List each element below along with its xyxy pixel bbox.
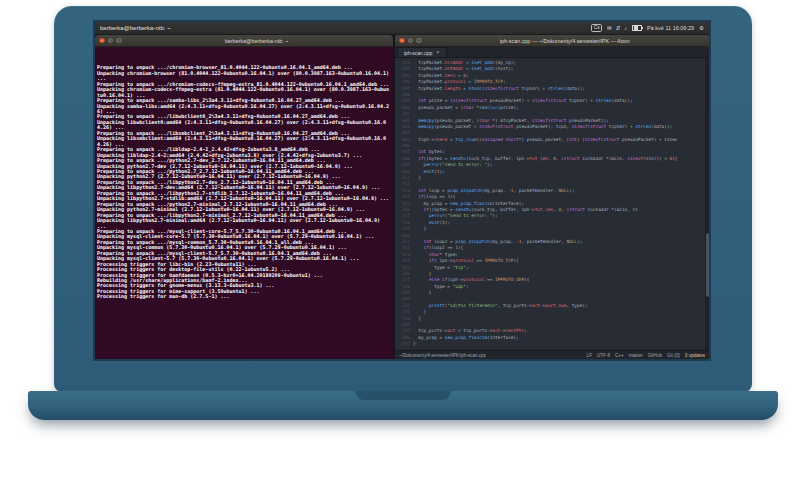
code-text: my_pcap = new_pcap_fiascim(interface); <box>413 335 519 341</box>
editor-titlebar[interactable]: iph-scan.cpp — ~/Dokumenty/4.semester/IP… <box>395 35 709 47</box>
laptop-base <box>28 391 778 420</box>
status-items: LFUTF-8C++masterGitHubGit (0)3 updates <box>587 353 705 358</box>
keyboard-layout-indicator[interactable]: Cs <box>591 24 602 32</box>
code-text: printf("%d\t%s filtered\n", tcp_ports->a… <box>413 303 588 309</box>
terminal-window: berberka@berberka-ntb: ~ Preparing to un… <box>95 35 393 359</box>
indicator-icon[interactable]: ♪ <box>624 25 627 31</box>
editor-scrollbar[interactable] <box>705 58 709 350</box>
code-text: } <box>413 226 426 232</box>
maximize-button[interactable] <box>416 38 422 44</box>
close-button[interactable] <box>399 38 405 44</box>
code-editor[interactable]: 293 tcpPacket.srcAddr = inet_addr(my_ip)… <box>395 58 709 350</box>
status-item[interactable]: LF <box>587 353 592 358</box>
maximize-button[interactable] <box>116 38 122 44</box>
minimize-button[interactable] <box>408 38 414 44</box>
indicator-icons: ✉⇵♪ <box>607 25 627 31</box>
code-text: } <box>413 290 432 296</box>
code-text: tcpPacket.length = htons(sizeof(struct t… <box>413 86 585 92</box>
tab-iph-scan[interactable]: iph-scan.cpp × <box>397 47 447 57</box>
terminal-output[interactable]: Preparing to unpack .../chromium-browser… <box>95 47 393 359</box>
code-text: memcpy(pseudo_packet + sizeof(struct pse… <box>413 124 672 130</box>
line-number: 337 <box>395 341 413 347</box>
desktop-windows: berberka@berberka-ntb: ~ Preparing to un… <box>95 35 709 359</box>
terminal-titlebar[interactable]: berberka@berberka-ntb: ~ <box>95 35 393 47</box>
power-menu-icon[interactable]: ⚙ <box>699 25 704 31</box>
code-line: 305 tcph->check = tcp_csum((unsigned sho… <box>395 137 709 143</box>
laptop-hinge-notch <box>355 391 451 400</box>
tab-close-icon[interactable]: × <box>436 50 439 55</box>
indicator-icon[interactable]: ⇵ <box>616 25 621 31</box>
ubuntu-top-panel: berberka@berberka-ntb: ~ Cs ✉⇵♪ Pá kvě 1… <box>95 22 709 35</box>
minimize-button[interactable] <box>108 38 114 44</box>
laptop-mockup: berberka@berberka-ntb: ~ Cs ✉⇵♪ Pá kvě 1… <box>0 0 800 477</box>
code-text: tcph->check = tcp_csum((unsigned short*)… <box>413 137 677 143</box>
code-line: 337 } <box>395 341 709 347</box>
status-file-path[interactable]: ~/Dokumenty/4.semester/IPK/iph-scan.cpp <box>399 353 486 358</box>
terminal-title: berberka@berberka-ntb: ~ <box>125 38 390 44</box>
close-button[interactable] <box>99 38 105 44</box>
code-text: } <box>413 316 421 322</box>
editor-tabbar: iph-scan.cpp × <box>395 47 709 58</box>
indicator-icon[interactable]: ✉ <box>607 25 612 31</box>
status-item[interactable]: Git (0) <box>667 353 680 358</box>
code-line: 303 memcpy(pseudo_packet + sizeof(struct… <box>395 124 709 130</box>
code-text: } <box>413 175 421 181</box>
tab-label: iph-scan.cpp <box>404 50 432 56</box>
desktop-screen: berberka@berberka-ntb: ~ Cs ✉⇵♪ Pá kvě 1… <box>95 22 709 359</box>
status-item[interactable]: GitHub <box>648 353 662 358</box>
atom-editor-window: iph-scan.cpp — ~/Dokumenty/4.semester/IP… <box>395 35 709 359</box>
editor-title: iph-scan.cpp — ~/Dokumenty/4.semester/IP… <box>425 38 706 44</box>
terminal-line: Processing triggers for man-db (2.7.5-1)… <box>97 294 391 299</box>
scrollbar-thumb[interactable] <box>706 233 709 297</box>
battery-icon[interactable] <box>632 25 642 32</box>
clock[interactable]: Pá kvě 11 16:09:29 <box>647 25 694 31</box>
code-text: } <box>413 341 416 347</box>
focused-app-title: berberka@berberka-ntb: ~ <box>100 25 171 31</box>
status-item[interactable]: C++ <box>615 353 624 358</box>
status-item[interactable]: 3 updates <box>685 353 705 358</box>
code-text: pseudo_packet = (char *)malloc(psize); <box>413 105 519 111</box>
status-item[interactable]: master <box>629 353 643 358</box>
editor-statusbar: ~/Dokumenty/4.semester/IPK/iph-scan.cpp … <box>395 350 709 359</box>
status-item[interactable]: UTF-8 <box>597 353 610 358</box>
